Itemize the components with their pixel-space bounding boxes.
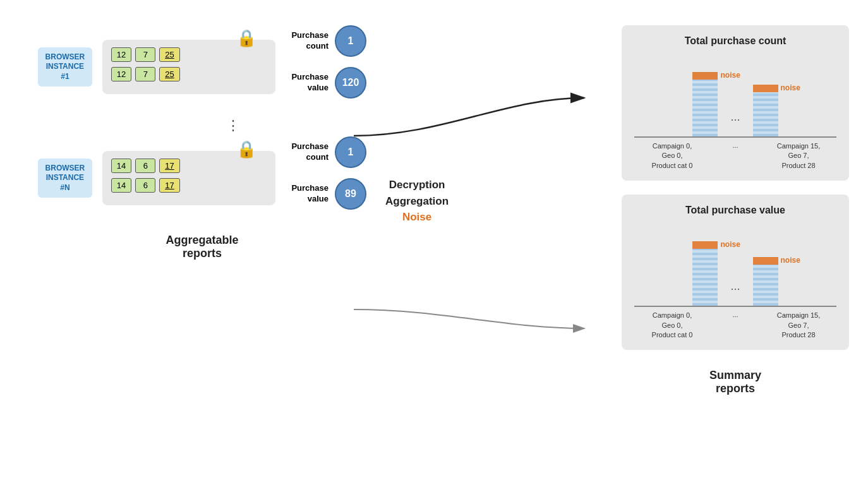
- chart2-bar1-label: Campaign 0,Geo 0,Product cat 0: [644, 311, 701, 340]
- metric-label-n-2: Purchasevalue: [284, 183, 329, 205]
- chart1-mid-dots: ...: [726, 141, 745, 171]
- cell-n-2-3: 17: [159, 178, 179, 193]
- report-box-1: 🔒 12 7 25 12 7 25: [102, 40, 275, 94]
- browser-label-1: BROWSERINSTANCE #1: [38, 47, 92, 87]
- cell-n-2-1: 14: [111, 178, 131, 193]
- chart1-bar2-label: Campaign 15,Geo 7,Product 28: [770, 141, 827, 171]
- cell-1-2-1: 12: [111, 67, 131, 81]
- chart1-bar1-noise: [692, 72, 718, 80]
- cell-n-1-3: 17: [159, 159, 179, 173]
- chart2-dots: ...: [730, 280, 740, 306]
- metric-circle-1-2: 120: [335, 67, 366, 99]
- aggregation-label: Aggregation: [385, 195, 449, 207]
- right-section: Total purchase count noise ... noise: [622, 25, 849, 395]
- chart2-noise-label-2: noise: [781, 256, 800, 265]
- lock-icon-n: 🔒: [236, 140, 256, 159]
- metric-circle-1-1: 1: [335, 25, 366, 57]
- cell-n-2-2: 6: [135, 178, 155, 193]
- cell-1-1-1: 12: [111, 47, 131, 62]
- metric-circle-n-1: 1: [335, 136, 366, 168]
- report-row-n-2: 14 6 17: [111, 178, 267, 193]
- cell-1-2-2: 7: [135, 67, 155, 81]
- main-container: BROWSERINSTANCE #1 🔒 12 7 25 12 7 25 Pur…: [0, 0, 868, 504]
- decryption-label: Decryption: [389, 179, 445, 191]
- browser-label-n: BROWSERINSTANCE #N: [38, 159, 92, 198]
- chart2-bar1: noise: [692, 241, 718, 306]
- summary-reports-label: Summaryreports: [709, 369, 761, 395]
- chart1-bar2: noise: [753, 85, 778, 136]
- chart1-noise-label-1: noise: [720, 71, 740, 80]
- metric-circle-n-2: 89: [335, 178, 366, 210]
- chart-title-1: Total purchase count: [634, 35, 836, 47]
- cell-1-1-3: 25: [159, 47, 179, 62]
- chart2-mid-dots: ...: [726, 311, 745, 340]
- cell-n-1-1: 14: [111, 159, 131, 173]
- metric-group-1: Purchasecount 1 Purchasevalue 120: [284, 25, 366, 109]
- lock-icon-1: 🔒: [236, 28, 256, 48]
- chart2-bar2-main: [753, 265, 778, 306]
- chart1-bar2-main: [753, 92, 778, 136]
- chart2-bar1-noise: [692, 241, 718, 249]
- chart2-bar2-label: Campaign 15,Geo 7,Product 28: [770, 311, 827, 340]
- report-row-1-2: 12 7 25: [111, 67, 267, 81]
- noise-label: Noise: [402, 211, 431, 223]
- process-label: Decryption Aggregation Noise: [385, 177, 449, 225]
- chart-title-2: Total purchase value: [634, 205, 836, 216]
- metric-label-1-2: Purchasevalue: [284, 72, 329, 93]
- chart1-bar1-main: [692, 80, 718, 136]
- metric-item-n-2: Purchasevalue 89: [284, 178, 366, 210]
- browser-block-1: BROWSERINSTANCE #1 🔒 12 7 25 12 7 25 Pur…: [38, 25, 366, 109]
- chart2-noise-label-1: noise: [720, 240, 740, 249]
- cell-1-2-3: 25: [159, 67, 179, 81]
- dots-separator: ⋮: [226, 117, 242, 134]
- report-row-n-1: 14 6 17: [111, 159, 267, 173]
- metric-item-1-2: Purchasevalue 120: [284, 67, 366, 99]
- chart2-bar2: noise: [753, 257, 778, 306]
- chart1-bar1-label: Campaign 0,Geo 0,Product cat 0: [644, 141, 701, 171]
- cell-1-1-2: 7: [135, 47, 155, 62]
- left-section: BROWSERINSTANCE #1 🔒 12 7 25 12 7 25 Pur…: [19, 25, 385, 260]
- chart2-bar2-noise: [753, 257, 778, 265]
- metric-item-n-1: Purchasecount 1: [284, 136, 366, 168]
- browser-block-n: BROWSERINSTANCE #N 🔒 14 6 17 14 6 17 Pur…: [38, 136, 366, 220]
- chart-box-2: Total purchase value noise ... noise: [622, 195, 849, 350]
- chart-box-1: Total purchase count noise ... noise: [622, 25, 849, 181]
- aggregatable-reports-label: Aggregatablereports: [166, 234, 238, 260]
- chart1-dots: ...: [730, 111, 740, 136]
- metric-label-1-1: Purchasecount: [284, 30, 329, 52]
- metric-item-1-1: Purchasecount 1: [284, 25, 366, 57]
- metric-group-n: Purchasecount 1 Purchasevalue 89: [284, 136, 366, 220]
- report-row-1-1: 12 7 25: [111, 47, 267, 62]
- chart1-bar1: noise: [692, 72, 718, 136]
- metric-label-n-1: Purchasecount: [284, 141, 329, 163]
- chart1-noise-label-2: noise: [781, 83, 800, 92]
- chart2-bar1-main: [692, 249, 718, 306]
- cell-n-1-2: 6: [135, 159, 155, 173]
- middle-section: Decryption Aggregation Noise: [385, 177, 449, 225]
- chart1-bar2-noise: [753, 85, 778, 92]
- report-box-n: 🔒 14 6 17 14 6 17: [102, 151, 275, 205]
